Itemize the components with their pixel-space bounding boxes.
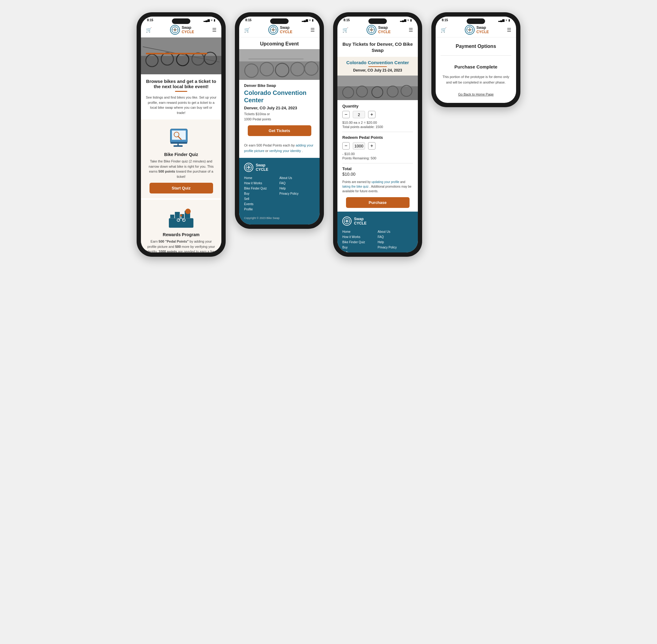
logo-circle-3 (367, 25, 376, 35)
svg-rect-19 (173, 145, 183, 147)
update-profile-link[interactable]: updating your profile (372, 180, 399, 184)
phone-3: 8:15 ▂▄▆ ▿ ▮ 🛒 Swap (333, 12, 422, 257)
footer-2: Swap CYCLE Home How it Works Bike Finder… (239, 158, 320, 225)
svg-point-25 (185, 209, 191, 214)
footer-home-2[interactable]: Home (244, 176, 279, 180)
footer-faq-3[interactable]: FAQ (378, 235, 413, 238)
take-bike-quiz-link[interactable]: taking the bike quiz (342, 185, 369, 188)
footer-faq-2[interactable]: FAQ (279, 182, 315, 185)
phone2-content: Upcoming Event Denver Bike Swap Colorado… (239, 38, 320, 225)
go-back-home-link[interactable]: Go Back to Home Page (458, 92, 494, 96)
rewards-icon-area (169, 205, 193, 229)
cart-icon-4[interactable]: 🛒 (441, 27, 447, 33)
footer-help-3[interactable]: Help (378, 240, 413, 244)
phone1-content: Browse bikes and get a ticket to the nex… (141, 38, 221, 252)
intro-section: Browse bikes and get a ticket to the nex… (141, 74, 221, 119)
rewards-title: Rewards Program (146, 232, 216, 237)
footer-how-3[interactable]: How it Works (342, 235, 378, 238)
logo-text-2: Swap CYCLE (280, 25, 292, 34)
event-image (239, 49, 320, 80)
svg-point-31 (180, 214, 182, 216)
venue-location: Denver, CO July 21-24, 2023 (342, 68, 413, 72)
menu-icon-4[interactable]: ☰ (507, 27, 511, 33)
quantity-stepper-row: − 2 + (342, 111, 413, 118)
svg-rect-22 (175, 212, 180, 218)
footer-events-2[interactable]: Events (244, 202, 279, 206)
logo-cycle-1: CYCLE (182, 30, 194, 34)
footer-logo-row-3: Swap CYCLE (342, 216, 413, 226)
ticket-image (337, 75, 418, 100)
redeem-stepper-row: − 1000 + (342, 142, 413, 150)
status-bar-2: 8:15 ▂▄▆ ▿ ▮ (239, 17, 320, 22)
purchase-button[interactable]: Purchase (346, 197, 409, 208)
cart-icon-2[interactable]: 🛒 (244, 27, 250, 33)
points-info: Points are earned by updating your profi… (342, 180, 413, 193)
footer-about-3[interactable]: About Us (378, 230, 413, 233)
signal-icon-3: ▂▄▆ (400, 19, 406, 22)
signal-icon-2: ▂▄▆ (302, 19, 308, 22)
footer-profile-2[interactable]: Profile (244, 208, 279, 211)
footer-how-2[interactable]: How it Works (244, 182, 279, 185)
status-bar-3: 8:15 ▂▄▆ ▿ ▮ (337, 17, 418, 22)
svg-rect-53 (249, 59, 304, 60)
rewards-card: Rewards Program Earn 500 "Pedal Points" … (141, 200, 221, 252)
footer-buy-2[interactable]: Buy (244, 192, 279, 195)
menu-icon-2[interactable]: ☰ (310, 27, 315, 33)
status-bar-4: 8:15 ▂▄▆ ▿ ▮ (436, 17, 516, 22)
quantity-decrease-button[interactable]: − (342, 111, 350, 118)
svg-rect-17 (170, 142, 187, 144)
notch-1 (172, 18, 190, 24)
footer-logo-text-3: Swap CYCLE (354, 217, 367, 226)
logo-4: Swap CYCLE (465, 25, 489, 35)
footer-about-2[interactable]: About Us (279, 176, 315, 180)
get-tickets-button[interactable]: Get Tickets (248, 125, 311, 136)
logo-circle-2 (268, 25, 278, 35)
footer-3: Swap CYCLE Home How it Works Bike Finder… (337, 212, 418, 252)
svg-rect-20 (169, 218, 193, 228)
intro-body: See listings and find bikes you like. Se… (146, 95, 216, 115)
quiz-title: Bike Finder Quiz (146, 152, 216, 157)
points-remaining: Points Remaining: 500 (342, 156, 413, 160)
notch-icons-1: ▂▄▆ ▿ ▮ (204, 19, 215, 22)
phone-2: 8:15 ▂▄▆ ▿ ▮ 🛒 Swap (235, 12, 324, 229)
hero-image-1 (141, 38, 221, 74)
footer-quiz-2[interactable]: Bike Finder Quiz (244, 187, 279, 190)
footer-quiz-3[interactable]: Bike Finder Quiz (342, 240, 378, 244)
rewards-body: Earn 500 "Pedal Points" by adding your p… (146, 239, 216, 252)
phone-4: 8:15 ▂▄▆ ▿ ▮ 🛒 Swap (431, 12, 520, 107)
status-time-3: 8:15 (344, 18, 350, 22)
total-amount: $10.00 (342, 172, 413, 177)
divider-2 (342, 163, 413, 163)
notch-icons-3: ▂▄▆ ▿ ▮ (400, 19, 412, 22)
cart-icon-1[interactable]: 🛒 (146, 27, 152, 33)
redeem-increase-button[interactable]: + (368, 142, 375, 150)
event-section-title: Upcoming Event (239, 38, 320, 49)
event-date: Denver, CO July 21-24, 2023 (244, 106, 315, 110)
verify-identity-link[interactable]: verifying your identity (269, 149, 301, 153)
logo-swap-1: Swap (182, 25, 194, 30)
buy-title: Buy Tickets for Denver, CO Bike Swap (342, 41, 413, 53)
menu-icon-3[interactable]: ☰ (408, 27, 413, 33)
redeem-decrease-button[interactable]: − (342, 142, 350, 150)
logo-text-1: Swap CYCLE (182, 25, 194, 34)
footer-home-3[interactable]: Home (342, 230, 378, 233)
footer-logo-circle-2 (244, 163, 253, 172)
wifi-icon-2: ▿ (309, 19, 311, 22)
payment-content: Payment Options Purchase Complete This p… (436, 38, 516, 103)
total-section: Total $10.00 (342, 166, 413, 177)
app-header-3: 🛒 Swap CYCLE ☰ (337, 22, 418, 38)
quiz-body: Take the Bike Finder quiz (2 minutes) an… (146, 159, 216, 179)
notch-icons-4: ▂▄▆ ▿ ▮ (498, 19, 510, 22)
footer-sell-2[interactable]: Sell (244, 197, 279, 201)
footer-privacy-3[interactable]: Privacy Policy (378, 246, 413, 249)
footer-buy-3[interactable]: Buy (342, 246, 378, 249)
footer-privacy-2[interactable]: Privacy Policy (279, 192, 315, 195)
footer-help-2[interactable]: Help (279, 187, 315, 190)
quantity-increase-button[interactable]: + (368, 111, 375, 118)
venue-name[interactable]: Colorado Convention Center (342, 60, 413, 65)
footer-sell-3[interactable]: Sell (342, 251, 378, 252)
start-quiz-button[interactable]: Start Quiz (149, 183, 213, 193)
menu-icon-1[interactable]: ☰ (212, 27, 216, 33)
battery-icon-3: ▮ (410, 19, 412, 22)
cart-icon-3[interactable]: 🛒 (342, 27, 349, 33)
